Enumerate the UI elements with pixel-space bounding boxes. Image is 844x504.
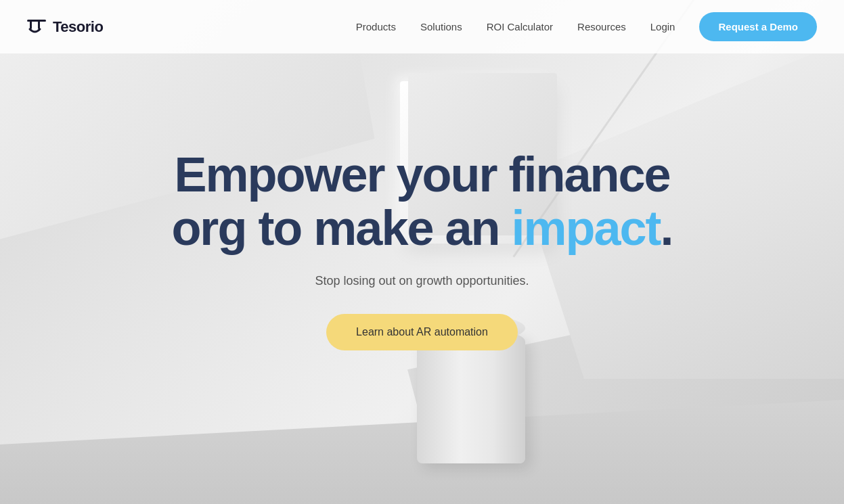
svg-rect-1 — [30, 20, 32, 29]
hero-content: Empower your finance org to make an impa… — [0, 53, 844, 350]
hero-section: Tesorio Products Solutions ROI Calculato… — [0, 0, 844, 504]
logo-icon — [27, 20, 46, 35]
nav-solutions[interactable]: Solutions — [420, 21, 462, 32]
plane-bottom — [0, 355, 844, 504]
headline-part1: Empower your finance — [174, 147, 669, 202]
svg-rect-2 — [38, 20, 40, 29]
nav-login[interactable]: Login — [650, 21, 675, 32]
hero-subtitle: Stop losing out on growth opportunities. — [0, 274, 844, 288]
nav-links: Products Solutions ROI Calculator Resour… — [356, 12, 817, 41]
logo-text: Tesorio — [53, 18, 103, 36]
nav-resources[interactable]: Resources — [577, 21, 626, 32]
headline-part2: org to make an — [171, 201, 511, 255]
navbar: Tesorio Products Solutions ROI Calculato… — [0, 0, 844, 53]
nav-products[interactable]: Products — [356, 21, 396, 32]
hero-headline: Empower your finance org to make an impa… — [125, 148, 720, 255]
nav-roi-calculator[interactable]: ROI Calculator — [487, 21, 553, 32]
logo[interactable]: Tesorio — [27, 18, 103, 36]
headline-end: . — [661, 201, 673, 255]
request-demo-button[interactable]: Request a Demo — [699, 12, 817, 41]
learn-ar-automation-button[interactable]: Learn about AR automation — [326, 314, 518, 350]
headline-impact: impact — [512, 201, 661, 255]
